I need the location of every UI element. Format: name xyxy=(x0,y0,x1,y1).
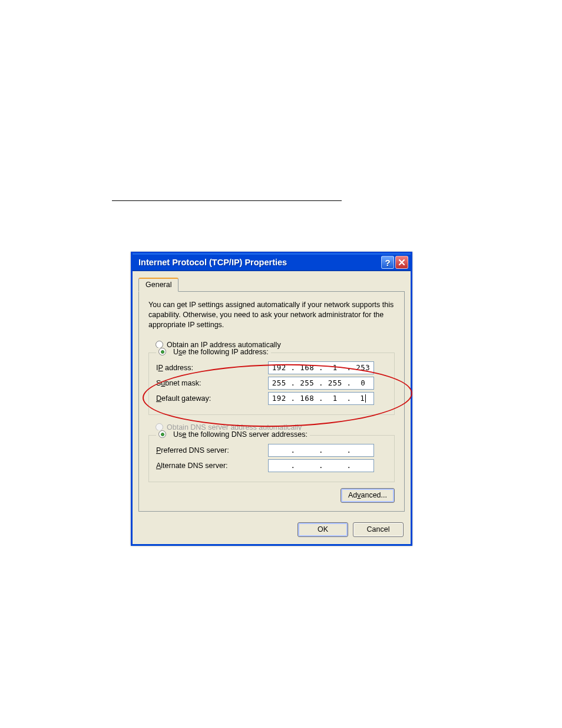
ip-radiogroup: Obtain an IP address automatically Use t… xyxy=(148,340,395,415)
input-alternate-dns[interactable]: . . . xyxy=(268,459,374,472)
cancel-button[interactable]: Cancel xyxy=(353,522,404,537)
input-ip-address[interactable]: 192. 168. 1. 253 xyxy=(268,361,374,374)
radio-icon xyxy=(158,430,166,438)
tab-label: General xyxy=(146,281,171,289)
ok-button[interactable]: OK xyxy=(297,522,348,537)
row-subnet-mask: Subnet mask: 255. 255. 255. 0 xyxy=(156,377,387,390)
label-subnet-mask: Subnet mask: xyxy=(156,379,268,387)
intro-text: You can get IP settings assigned automat… xyxy=(148,300,395,330)
tabstrip: General xyxy=(138,277,405,292)
row-default-gateway: Default gateway: 192. 168. 1. 1 xyxy=(156,392,387,405)
label-ip-address: IP address: xyxy=(156,364,268,372)
row-ip-address: IP address: 192. 168. 1. 253 xyxy=(156,361,387,374)
advanced-button[interactable]: Advanced... xyxy=(340,488,395,503)
general-panel: You can get IP settings assigned automat… xyxy=(138,292,405,512)
advanced-row: Advanced... xyxy=(148,488,395,503)
dialog-buttons: OK Cancel xyxy=(133,518,411,544)
row-preferred-dns: Preferred DNS server: . . . xyxy=(156,444,387,457)
radio-use-dns[interactable]: Use the following DNS server addresses: xyxy=(156,430,310,439)
input-preferred-dns[interactable]: . . . xyxy=(268,444,374,457)
row-alternate-dns: Alternate DNS server: . . . xyxy=(156,459,387,472)
radio-label: Use the following DNS server addresses: xyxy=(173,430,308,439)
close-icon[interactable] xyxy=(395,256,408,269)
dns-radiogroup: Obtain DNS server address automatically … xyxy=(148,422,395,482)
label-default-gateway: Default gateway: xyxy=(156,394,268,403)
dns-fieldset: Use the following DNS server addresses: … xyxy=(148,435,395,482)
label-alternate-dns: Alternate DNS server: xyxy=(156,462,268,470)
radio-icon xyxy=(158,348,166,355)
text-cursor-icon xyxy=(365,394,366,403)
tab-general[interactable]: General xyxy=(138,278,178,292)
label-preferred-dns: Preferred DNS server: xyxy=(156,446,268,454)
document-divider xyxy=(112,200,342,201)
help-icon[interactable]: ? xyxy=(381,256,394,269)
titlebar[interactable]: Internet Protocol (TCP/IP) Properties ? xyxy=(133,253,411,271)
ip-fieldset: Use the following IP address: IP address… xyxy=(148,353,395,415)
radio-label: Use the following IP address: xyxy=(173,348,269,356)
radio-use-ip[interactable]: Use the following IP address: xyxy=(156,348,271,356)
dialog-title: Internet Protocol (TCP/IP) Properties xyxy=(138,258,381,267)
input-default-gateway[interactable]: 192. 168. 1. 1 xyxy=(268,392,374,405)
tcpip-properties-dialog: Internet Protocol (TCP/IP) Properties ? … xyxy=(131,252,412,546)
input-subnet-mask[interactable]: 255. 255. 255. 0 xyxy=(268,377,374,390)
titlebar-buttons: ? xyxy=(381,256,408,269)
